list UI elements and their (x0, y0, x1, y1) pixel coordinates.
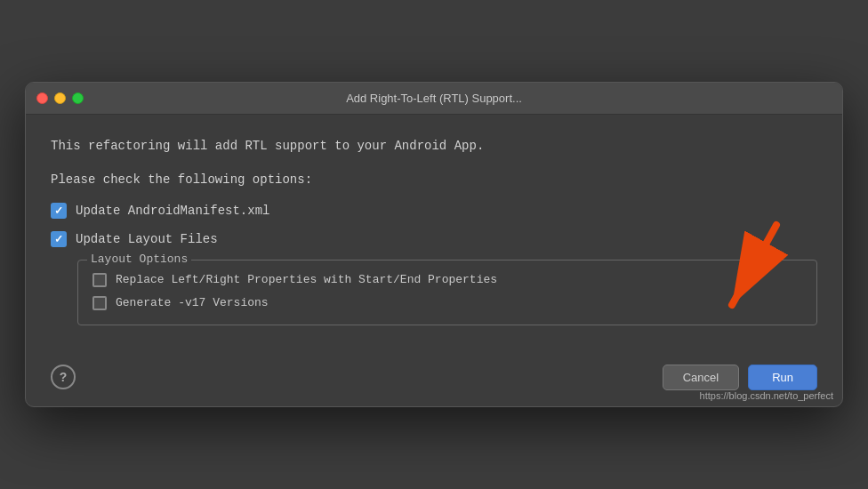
checkbox-v17-label: Generate -v17 Versions (116, 296, 269, 309)
maximize-button[interactable] (72, 92, 84, 104)
checkbox-manifest[interactable] (51, 203, 67, 219)
titlebar: Add Right-To-Left (RTL) Support... (26, 83, 842, 115)
watermark: https://blog.csdn.net/to_perfect (700, 390, 833, 401)
checkbox-row-manifest: Update AndroidManifest.xml (51, 203, 817, 219)
layout-options-group: Layout Options Replace Left/Right Proper… (77, 260, 817, 325)
checkbox-replace[interactable] (92, 273, 107, 287)
checkbox-row-replace: Replace Left/Right Properties with Start… (92, 273, 802, 287)
checkbox-row-layout: Update Layout Files (51, 231, 817, 247)
group-legend: Layout Options (87, 253, 191, 266)
dialog-content: This refactoring will add RTL support to… (26, 115, 842, 342)
checkbox-row-v17: Generate -v17 Versions (92, 296, 802, 310)
layout-options-wrapper: Layout Options Replace Left/Right Proper… (51, 260, 817, 325)
traffic-lights (36, 92, 84, 104)
checkbox-manifest-label: Update AndroidManifest.xml (76, 204, 269, 218)
checkbox-layout[interactable] (51, 231, 67, 247)
checkbox-v17[interactable] (92, 296, 107, 310)
options-label: Please check the following options: (51, 172, 817, 187)
intro-text: This refactoring will add RTL support to… (51, 136, 817, 156)
checkbox-replace-label: Replace Left/Right Properties with Start… (116, 273, 497, 286)
close-button[interactable] (36, 92, 48, 104)
checkbox-layout-label: Update Layout Files (76, 232, 218, 246)
cancel-button[interactable]: Cancel (663, 365, 739, 390)
action-buttons: Cancel Run (663, 365, 817, 390)
dialog-title: Add Right-To-Left (RTL) Support... (346, 92, 522, 105)
run-button[interactable]: Run (748, 365, 817, 390)
minimize-button[interactable] (54, 92, 66, 104)
dialog-window: Add Right-To-Left (RTL) Support... This … (25, 82, 843, 406)
help-button[interactable]: ? (51, 365, 76, 389)
